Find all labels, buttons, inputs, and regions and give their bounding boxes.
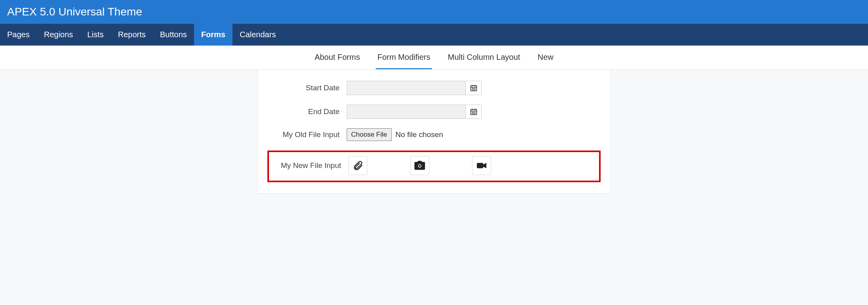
main-nav: Pages Regions Lists Reports Buttons Form… [0, 24, 868, 46]
svg-point-6 [474, 88, 475, 89]
nav-lists[interactable]: Lists [80, 24, 111, 46]
paperclip-icon [352, 160, 363, 171]
calendar-icon [470, 108, 478, 116]
svg-rect-22 [477, 163, 483, 168]
old-file-group: Choose File No file chosen [347, 128, 443, 141]
svg-point-9 [474, 90, 475, 90]
nav-regions[interactable]: Regions [37, 24, 80, 46]
old-file-status: No file chosen [396, 130, 443, 139]
svg-point-21 [419, 165, 421, 167]
nav-pages[interactable]: Pages [0, 24, 37, 46]
start-date-input[interactable] [347, 81, 466, 95]
svg-point-14 [472, 112, 472, 112]
label-end-date: End Date [267, 107, 347, 116]
row-new-file-highlight: My New File Input [267, 151, 601, 182]
svg-point-18 [473, 114, 474, 114]
app-title: APEX 5.0 Universal Theme [7, 6, 142, 18]
label-new-file: My New File Input [271, 161, 348, 170]
start-date-picker-button[interactable] [466, 81, 482, 95]
nav-reports[interactable]: Reports [111, 24, 153, 46]
choose-file-button[interactable]: Choose File [347, 128, 392, 141]
row-end-date: End Date [267, 105, 601, 119]
svg-point-5 [473, 88, 474, 89]
svg-point-17 [472, 114, 472, 114]
end-date-picker-button[interactable] [466, 105, 482, 119]
subnav-form-modifiers[interactable]: Form Modifiers [376, 46, 432, 69]
subnav-new[interactable]: New [536, 46, 555, 69]
label-start-date: Start Date [267, 84, 347, 92]
subnav-multi-column-layout[interactable]: Multi Column Layout [446, 46, 522, 69]
end-date-group [347, 105, 482, 119]
subnav-about-forms[interactable]: About Forms [313, 46, 361, 69]
row-old-file: My Old File Input Choose File No file ch… [267, 128, 601, 141]
end-date-input[interactable] [347, 105, 466, 119]
video-camera-icon [475, 159, 488, 172]
svg-point-16 [474, 112, 475, 112]
nav-calendars[interactable]: Calendars [232, 24, 283, 46]
record-video-button[interactable] [472, 156, 491, 175]
row-start-date: Start Date [267, 81, 601, 95]
label-old-file: My Old File Input [267, 130, 347, 139]
svg-point-4 [472, 88, 472, 89]
app-title-banner: APEX 5.0 Universal Theme [0, 0, 868, 24]
nav-forms[interactable]: Forms [194, 24, 232, 46]
svg-point-15 [473, 112, 474, 112]
camera-icon [413, 159, 426, 172]
svg-point-8 [473, 90, 474, 90]
calendar-icon [470, 84, 478, 92]
content-wrap: Start Date [0, 70, 868, 194]
new-file-button-group [348, 156, 491, 175]
form-region: Start Date [257, 70, 611, 194]
svg-point-19 [474, 114, 475, 114]
svg-point-7 [472, 90, 472, 90]
take-photo-button[interactable] [410, 156, 429, 175]
start-date-group [347, 81, 482, 95]
nav-buttons[interactable]: Buttons [153, 24, 194, 46]
sub-nav: About Forms Form Modifiers Multi Column … [0, 46, 868, 70]
attach-file-button[interactable] [348, 156, 367, 175]
